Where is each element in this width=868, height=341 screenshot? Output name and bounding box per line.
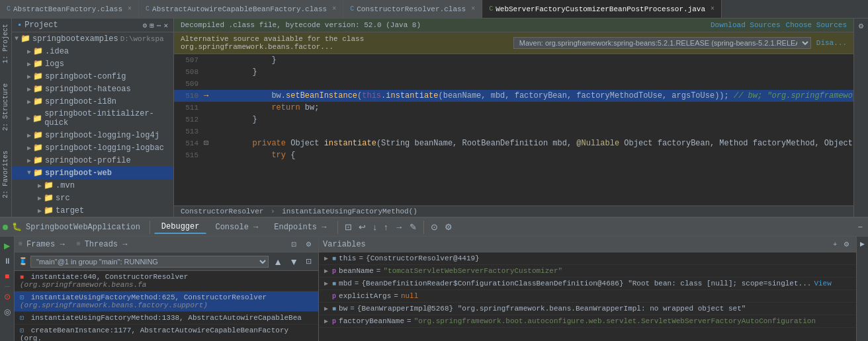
sidebar-item-hateoas[interactable]: ▶ 📁 springboot-hateoas bbox=[12, 83, 173, 95]
sidebar-item-log4j[interactable]: ▶ 📁 springboot-logging-log4j bbox=[12, 129, 173, 141]
view-breakpoints-btn[interactable]: ⊙ bbox=[1, 290, 14, 303]
sidebar-item-config[interactable]: ▶ 📁 springboot-config bbox=[12, 70, 173, 83]
var-settings-btn[interactable]: ⚙ bbox=[841, 239, 852, 249]
var-this[interactable]: ▶ ■ this = {ConstructorResolver@4419} bbox=[319, 252, 856, 265]
idea-folder-icon: 📁 bbox=[33, 46, 43, 56]
pause-btn[interactable]: ⏸ bbox=[1, 254, 14, 268]
tab4-close[interactable]: × bbox=[711, 5, 715, 13]
project-bar-label: Project bbox=[24, 20, 58, 30]
tab1-close[interactable]: × bbox=[128, 5, 132, 13]
debug-tab-endpoints[interactable]: Endpoints → bbox=[267, 221, 333, 234]
tab-constructor-resolver[interactable]: C ConstructorResolver.class × bbox=[343, 0, 482, 18]
var-explicit-name: explicitArgs bbox=[339, 292, 391, 300]
var-mbd[interactable]: ▶ ■ mbd = {BeanDefinitionReader$Configur… bbox=[319, 278, 856, 290]
thread-filter-btn[interactable]: ⊡ bbox=[303, 256, 314, 266]
sidebar-item-logs[interactable]: ▶ 📁 logs bbox=[12, 57, 173, 70]
structure-label[interactable]: 2: Structure bbox=[2, 81, 9, 133]
idea-arrow: ▶ bbox=[27, 48, 31, 56]
var-factory-bean-name[interactable]: ▶ p factoryBeanName = "org.springframewo… bbox=[319, 315, 856, 328]
var-factory-expand: ▶ bbox=[324, 317, 328, 325]
target-folder-icon: 📁 bbox=[44, 206, 54, 215]
web-arrow: ▼ bbox=[27, 169, 31, 176]
download-sources-link[interactable]: Download Sources bbox=[711, 21, 781, 29]
variables-list: ▶ ■ this = {ConstructorResolver@4419} ▶ … bbox=[319, 252, 856, 341]
frames-header-label[interactable]: Frames → bbox=[26, 240, 65, 249]
sidebar-item-web[interactable]: ▼ 📁 springboot-web bbox=[12, 167, 173, 179]
tab2-close[interactable]: × bbox=[332, 5, 336, 13]
favorites-label[interactable]: 2: Favorites bbox=[2, 148, 9, 201]
debug-btn-settings2[interactable]: ⚙ bbox=[442, 221, 455, 233]
debug-btn-run-cursor[interactable]: → bbox=[392, 221, 406, 233]
debug-btn-minimize[interactable]: − bbox=[855, 221, 865, 233]
config-label: springboot-config bbox=[45, 72, 126, 81]
choose-sources-link[interactable]: Choose Sources bbox=[786, 21, 847, 29]
frame-item-3[interactable]: ⊡ createBeanInstance:1177, AbstractAutow… bbox=[15, 324, 318, 341]
debug-btn-step-out[interactable]: ↑ bbox=[381, 221, 391, 233]
tab1-label: AbstractBeanFactory.class bbox=[13, 5, 122, 13]
frame-item-2[interactable]: ⊡ instantiateUsingFactoryMethod:1338, Ab… bbox=[15, 312, 318, 324]
expand-icon[interactable]: ⊞ bbox=[150, 21, 154, 30]
thread-select[interactable]: "main"@1 in group "main": RUNNING bbox=[30, 256, 269, 268]
sidebar-root[interactable]: ▼ 📁 springbootexamples D:\workspa bbox=[12, 32, 173, 45]
debug-btn-step-over[interactable]: ↩ bbox=[356, 221, 369, 233]
frame0-func: instantiate:640, ConstructorResolver bbox=[31, 273, 189, 281]
tab-abstract-bean-factory[interactable]: C AbstractBeanFactory.class × bbox=[0, 0, 139, 18]
debug-btn-restore[interactable]: ⊡ bbox=[342, 221, 355, 233]
frame0-class: (org.springframework.beans.fa bbox=[20, 281, 146, 289]
frames-settings-btn[interactable]: ⚙ bbox=[303, 239, 314, 249]
debug-btn-step-into[interactable]: ↓ bbox=[370, 221, 380, 233]
sidebar-item-initializer[interactable]: ▶ 📁 springboot-initializer-quick bbox=[12, 108, 173, 129]
sidebar-item-src[interactable]: ▶ 📁 src bbox=[12, 192, 173, 204]
debug-btn-mute[interactable]: ⊙ bbox=[428, 221, 441, 233]
tab3-close[interactable]: × bbox=[471, 5, 475, 13]
var-beanname-name: beanName bbox=[339, 267, 374, 275]
sidebar-item-logback[interactable]: ▶ 📁 springboot-logging-logbac bbox=[12, 141, 173, 154]
settings-icon[interactable]: ⚙ bbox=[143, 21, 148, 30]
debug-btn-evaluate[interactable]: ✎ bbox=[407, 221, 419, 233]
tab-webserver-factory[interactable]: C WebServerFactoryCustomizerBeanPostProc… bbox=[482, 0, 722, 18]
frame-item-1[interactable]: ⊡ instantiateUsingFactoryMethod:625, Con… bbox=[15, 291, 318, 312]
tab4-label: WebServerFactoryCustomizerBeanPostProces… bbox=[496, 5, 705, 13]
class-icon-tab3: C bbox=[350, 5, 354, 13]
frames-filter-btn[interactable]: ⊡ bbox=[288, 239, 299, 249]
debug-tab-debugger[interactable]: Debugger bbox=[154, 220, 207, 234]
gear-icon[interactable]: ⋯ bbox=[157, 21, 161, 30]
sidebar-item-i18n[interactable]: ▶ 📁 springboot-i18n bbox=[12, 95, 173, 108]
close-sidebar-icon[interactable]: ✕ bbox=[163, 21, 168, 30]
line-num-511: 511 bbox=[174, 102, 204, 114]
var-bw[interactable]: ▶ ■ bw = {BeanWrapperImpl@5268} "org.spr… bbox=[319, 303, 856, 315]
var-beanname[interactable]: ▶ p beanName = "tomcatServletWebServerFa… bbox=[319, 265, 856, 278]
breadcrumb-resolver[interactable]: ConstructorResolver bbox=[181, 208, 263, 215]
tab-abstract-autowire[interactable]: C AbstractAutowireCapableBeanFactory.cla… bbox=[139, 0, 343, 18]
sidebar-item-target[interactable]: ▶ 📁 target bbox=[12, 204, 173, 217]
sidebar-item-idea[interactable]: ▶ 📁 .idea bbox=[12, 45, 173, 57]
var-add-btn[interactable]: + bbox=[830, 239, 840, 249]
idea-label: .idea bbox=[45, 47, 69, 56]
web-folder-icon: 📁 bbox=[33, 168, 43, 178]
project-label[interactable]: 1: Project bbox=[2, 21, 9, 66]
disable-button[interactable]: Disa... bbox=[816, 39, 847, 47]
console-tab-label: Console → bbox=[215, 223, 258, 232]
line-content-512: } bbox=[214, 114, 853, 126]
thread-down-btn[interactable]: ▼ bbox=[287, 256, 300, 268]
stop-btn[interactable]: ■ bbox=[1, 270, 14, 283]
maven-select[interactable]: Maven: org.springframework:spring-beans:… bbox=[513, 37, 811, 49]
variables-header: Variables + ⚙ bbox=[319, 237, 856, 252]
debug-tab-console[interactable]: Console → bbox=[208, 221, 265, 234]
sidebar-item-profile[interactable]: ▶ 📁 springboot-profile bbox=[12, 154, 173, 167]
right-strip-btn1[interactable]: ⚙ bbox=[855, 21, 867, 31]
breadcrumb-arrow: › bbox=[271, 208, 275, 215]
var-explicit-args[interactable]: ▶ p explicitArgs = null bbox=[319, 290, 856, 303]
threads-header-label[interactable]: Threads → bbox=[85, 240, 128, 249]
var-mbd-view-link[interactable]: View bbox=[814, 280, 831, 287]
resume-btn[interactable]: ▶ bbox=[1, 239, 14, 252]
class-icon-tab2: C bbox=[146, 5, 150, 13]
debug-app-name: SpringbootWebApplication bbox=[26, 223, 140, 232]
mute-breakpoints-btn[interactable]: ◎ bbox=[1, 305, 14, 319]
breadcrumb-method[interactable]: instantiateUsingFactoryMethod() bbox=[282, 208, 417, 215]
code-editor[interactable]: 507 } 508 } 509 bbox=[174, 54, 853, 206]
frame-item-0[interactable]: ■ instantiate:640, ConstructorResolver (… bbox=[15, 271, 318, 291]
right-edge-btn[interactable]: ▶ bbox=[857, 239, 867, 248]
thread-up-btn[interactable]: ▲ bbox=[271, 256, 284, 268]
sidebar-item-mvn[interactable]: ▶ 📁 .mvn bbox=[12, 179, 173, 192]
